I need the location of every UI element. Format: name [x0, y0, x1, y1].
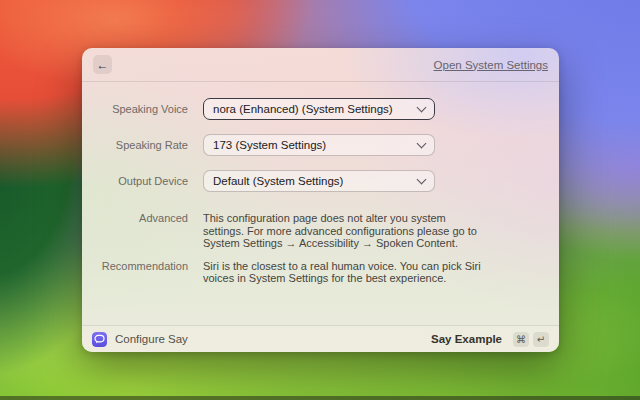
speaking-rate-row: Speaking Rate 173 (System Settings) — [82, 134, 559, 156]
open-system-settings-link[interactable]: Open System Settings — [434, 59, 548, 71]
chevron-down-icon — [417, 139, 427, 149]
say-example-button[interactable]: Say Example — [431, 333, 502, 345]
speaking-rate-dropdown[interactable]: 173 (System Settings) — [203, 134, 435, 156]
form-content: Speaking Voice nora (Enhanced) (System S… — [82, 82, 559, 285]
return-key-icon[interactable]: ↵ — [533, 332, 549, 347]
configure-say-window: ← Open System Settings Speaking Voice no… — [82, 48, 559, 352]
advanced-label: Advanced — [82, 212, 188, 225]
chevron-down-icon — [417, 103, 427, 113]
speaking-rate-value: 173 (System Settings) — [213, 139, 326, 151]
speaking-voice-dropdown[interactable]: nora (Enhanced) (System Settings) — [203, 98, 435, 120]
output-device-dropdown[interactable]: Default (System Settings) — [203, 170, 435, 192]
recommendation-label: Recommendation — [82, 260, 188, 273]
recommendation-text: Siri is the closest to a real human voic… — [203, 260, 493, 285]
chevron-down-icon — [417, 175, 427, 185]
footer-app-info: Configure Say — [92, 332, 188, 347]
say-app-icon — [92, 332, 107, 347]
speaking-voice-row: Speaking Voice nora (Enhanced) (System S… — [82, 98, 559, 120]
footer-actions: Say Example ⌘ ↵ — [431, 332, 549, 347]
desktop-wallpaper: ← Open System Settings Speaking Voice no… — [0, 0, 640, 400]
recommendation-note-row: Recommendation Siri is the closest to a … — [82, 260, 559, 285]
back-arrow-icon: ← — [97, 58, 109, 72]
advanced-text: This configuration page does not alter y… — [203, 212, 493, 250]
window-header: ← Open System Settings — [82, 48, 559, 82]
output-device-label: Output Device — [82, 175, 188, 187]
advanced-note-row: Advanced This configuration page does no… — [82, 212, 559, 250]
speaking-rate-label: Speaking Rate — [82, 139, 188, 151]
screen-bottom-edge — [0, 396, 640, 400]
speaking-voice-label: Speaking Voice — [82, 103, 188, 115]
back-button[interactable]: ← — [93, 55, 112, 74]
command-key-icon[interactable]: ⌘ — [513, 332, 529, 347]
output-device-row: Output Device Default (System Settings) — [82, 170, 559, 192]
output-device-value: Default (System Settings) — [213, 175, 343, 187]
speaking-voice-value: nora (Enhanced) (System Settings) — [213, 103, 393, 115]
app-name-label: Configure Say — [115, 333, 188, 345]
window-footer: Configure Say Say Example ⌘ ↵ — [82, 325, 559, 352]
